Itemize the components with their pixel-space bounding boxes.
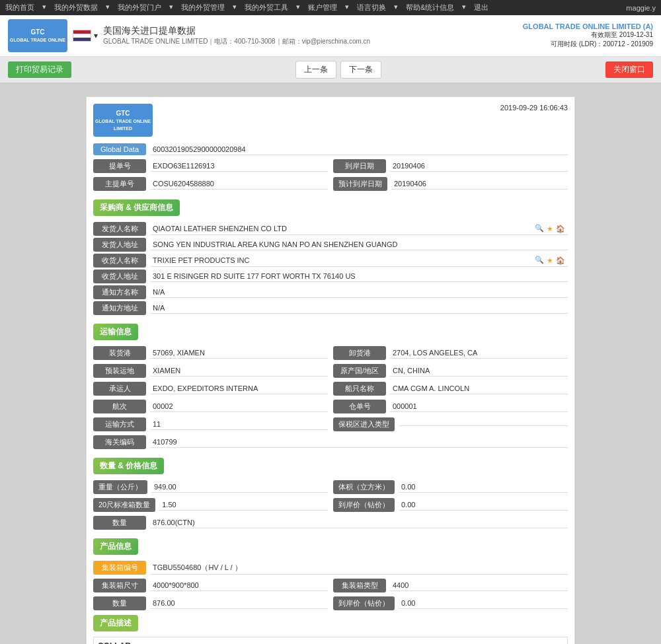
container-type-row: 集装箱类型 4400 [333, 579, 568, 592]
container-no-row: 集装箱编号 TGBU5504680（HV / L / ） [93, 561, 568, 575]
arrival-date-value: 20190406 [390, 161, 568, 172]
expiry-date: 有效期至 2019-12-31 [523, 30, 653, 40]
nav-logout[interactable]: 退出 [474, 3, 488, 13]
star-icon[interactable]: ★ [547, 225, 553, 233]
pre-load-row: 预装运地 XIAMEN [93, 364, 328, 378]
home-icon[interactable]: 🏠 [556, 225, 565, 233]
page-title: 美国海关进口提单数据 [103, 25, 370, 37]
container-size-label: 集装箱尺寸 [93, 579, 146, 592]
shipper-addr-label: 发货人地址 [93, 238, 146, 252]
arrival-price-row: 到岸价（钻价） 0.00 [333, 498, 568, 512]
quantity-value: 876.00(CTN) [150, 517, 568, 528]
prev-button[interactable]: 上一条 [295, 61, 336, 79]
arrival-date-row: 到岸日期 20190406 [333, 159, 568, 173]
estimated-date-row: 预计到岸日期 20190406 [333, 177, 568, 191]
shipper-section-header: 采购商 & 供应商信息 [93, 199, 180, 216]
carrier-label: 承运人 [93, 382, 146, 396]
nav-mydata[interactable]: 我的外贸数据 [54, 3, 98, 13]
estimated-date-value: 20190406 [391, 178, 568, 190]
master-bill-row: 主提单号 COSU6204588880 预计到岸日期 20190406 [93, 175, 568, 193]
quantity-section: 数量 & 价格信息 重量（公斤） 949.00 体积（立方米） 0.00 20尺… [93, 451, 568, 530]
shipper-icons: 🔍 ★ 🏠 [535, 224, 565, 233]
notify-addr-row: 通知方地址 N/A [93, 301, 568, 315]
consignee-addr-label: 收货人地址 [93, 269, 146, 283]
notify-name-value: N/A [150, 287, 568, 298]
shipper-name-value: QIAOTAI LEATHER SHENZHEN CO LTD [153, 225, 532, 233]
product-qty-price-row: 数量 876.00 到岸价（钻价） 0.00 [93, 594, 568, 612]
nav-language[interactable]: 语言切换 [357, 3, 386, 13]
arrival-price-label: 到岸价（钻价） [333, 498, 395, 512]
transport-mode-label: 运输方式 [93, 417, 146, 431]
twentyft-price-row: 20尺标准箱数量 1.50 到岸价（钻价） 0.00 [93, 496, 568, 514]
vessel-value: CMA CGM A. LINCOLN [390, 383, 568, 394]
global-data-row: Global Data 60032019052900000020984 [93, 143, 568, 155]
master-bill-value: COSU6204588880 [150, 178, 328, 190]
customs-label: 海关编码 [93, 435, 146, 449]
twenty-ft-row: 20尺标准箱数量 1.50 [93, 498, 328, 512]
container-details-row: 集装箱尺寸 4000*900*800 集装箱类型 4400 [93, 577, 568, 594]
consignee-star-icon[interactable]: ★ [547, 256, 553, 265]
weight-label: 重量（公斤） [93, 480, 147, 494]
top-nav-links: 我的首页 ▾ 我的外贸数据 ▾ 我的外贸门户 ▾ 我的外贸管理 ▾ 我的外贸工具… [5, 3, 488, 13]
notify-name-row: 通知方名称 N/A [93, 285, 568, 299]
document-header: GTCGLOBAL TRADE ONLINE LIMITED 2019-09-2… [93, 104, 568, 137]
pre-load-label: 预装运地 [93, 364, 146, 378]
loading-port-value: 57069, XIAMEN [150, 347, 328, 359]
product-section: 产品信息 集装箱编号 TGBU5504680（HV / L / ） 集装箱尺寸 … [93, 532, 568, 644]
transport-section-header: 运输信息 [93, 324, 138, 340]
product-arrival-price-label: 到岸价（钻价） [333, 596, 395, 610]
quantity-row: 数量 876.00(CTN) [93, 516, 568, 530]
main-document: GTCGLOBAL TRADE ONLINE LIMITED 2019-09-2… [86, 96, 575, 644]
consignee-name-value-area: TRIXIE PET PRODUCTS INC 🔍 ★ 🏠 [150, 254, 568, 267]
container-type-value: 4400 [390, 580, 568, 591]
product-section-header: 产品信息 [93, 538, 138, 555]
origin-label: 原产国/地区 [333, 364, 386, 378]
estimated-date-label: 预计到岸日期 [333, 177, 387, 191]
search-icon[interactable]: 🔍 [535, 224, 544, 233]
bill-value: EXDO63E1126913 [150, 161, 328, 172]
product-arrival-price-value: 0.00 [399, 598, 568, 609]
nav-tools[interactable]: 我的外贸工具 [245, 3, 288, 13]
twenty-ft-value: 1.50 [159, 499, 328, 511]
ldr-range: 可用时段 (LDR)：200712 - 201909 [523, 40, 653, 49]
warehouse-row: 仓单号 000001 [333, 400, 568, 413]
next-button[interactable]: 下一条 [340, 61, 381, 79]
print-button[interactable]: 打印贸易记录 [8, 61, 71, 78]
weight-value: 949.00 [151, 482, 328, 493]
nav-help[interactable]: 帮助&统计信息 [406, 3, 454, 13]
close-button[interactable]: 关闭窗口 [605, 61, 653, 78]
carrier-value: EXDO, EXPEDITORS INTERNA [150, 383, 328, 394]
product-desc-header[interactable]: 产品描述 [93, 615, 138, 631]
container-no-value: TGBU5504680（HV / L / ） [150, 561, 568, 575]
shipper-section: 采购商 & 供应商信息 发货人名称 QIAOTAI LEATHER SHENZH… [93, 193, 568, 315]
arrival-date-label: 到岸日期 [333, 159, 386, 173]
customs-row: 海关编码 410799 [93, 435, 568, 449]
vessel-label: 船只名称 [333, 382, 386, 396]
consignee-home-icon[interactable]: 🏠 [556, 256, 565, 265]
product-quantity-value: 876.00 [150, 598, 328, 609]
transport-mode-value: 11 [150, 419, 328, 430]
bonded-row: 保税区进入类型 [333, 417, 568, 431]
transport-bonded-row: 运输方式 11 保税区进入类型 [93, 415, 568, 433]
doc-logo: GTCGLOBAL TRADE ONLINE LIMITED [93, 104, 153, 137]
nav-manage[interactable]: 我的外贸管理 [181, 3, 225, 13]
discharge-port-value: 2704, LOS ANGELES, CA [390, 347, 568, 359]
discharge-port-row: 卸货港 2704, LOS ANGELES, CA [333, 346, 568, 360]
nav-home[interactable]: 我的首页 [5, 3, 34, 13]
consignee-name-value: TRIXIE PET PRODUCTS INC [153, 256, 532, 264]
shipper-name-label: 发货人名称 [93, 222, 146, 236]
flag-selector[interactable]: ▾ [73, 30, 98, 42]
weight-row: 重量（公斤） 949.00 [93, 480, 328, 494]
bonded-label: 保税区进入类型 [333, 417, 395, 431]
customs-value: 410799 [150, 437, 568, 448]
nav-account[interactable]: 账户管理 [308, 3, 337, 13]
consignee-search-icon[interactable]: 🔍 [535, 256, 544, 265]
nav-portal[interactable]: 我的外贸门户 [118, 3, 161, 13]
warehouse-label: 仓单号 [333, 400, 386, 413]
master-bill-number-row: 主提单号 COSU6204588880 [93, 177, 328, 191]
twenty-ft-label: 20尺标准箱数量 [93, 498, 155, 512]
volume-value: 0.00 [399, 482, 568, 493]
bill-number-row: 提单号 EXDO63E1126913 [93, 159, 328, 173]
preload-origin-row: 预装运地 XIAMEN 原产国/地区 CN, CHINA [93, 362, 568, 380]
header-title-area: 美国海关进口提单数据 GLOBAL TRADE ONLINE LIMITED｜电… [103, 25, 370, 46]
